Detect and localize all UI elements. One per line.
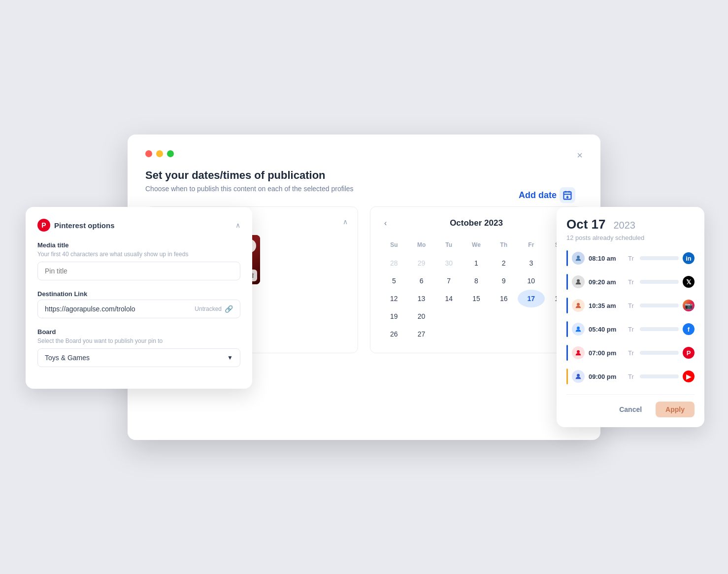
schedule-item: 09:20 am Tr 𝕏 [566, 272, 695, 292]
apply-button[interactable]: Apply [656, 402, 695, 417]
cal-day[interactable]: 15 [463, 290, 490, 307]
cal-day[interactable]: 29 [408, 254, 435, 272]
cancel-button[interactable]: Cancel [611, 402, 650, 417]
avatar [572, 370, 585, 383]
schedule-item: 05:40 pm Tr f [566, 319, 695, 339]
schedule-indicator [566, 345, 568, 361]
cal-day[interactable] [490, 325, 518, 343]
calendar-prev-button[interactable]: ‹ [380, 217, 391, 230]
schedule-indicator [566, 250, 568, 266]
calendar-plus-icon [560, 187, 575, 203]
avatar [572, 299, 585, 312]
pinterest-panel: P Pinterest options ∧ Media title Your f… [26, 207, 252, 389]
avatar [572, 252, 585, 265]
media-collapse-icon[interactable]: ∧ [343, 218, 348, 226]
cal-day[interactable]: 16 [490, 290, 518, 307]
cal-day[interactable]: 9 [490, 272, 518, 290]
svg-point-19 [577, 303, 580, 306]
cal-day[interactable] [435, 325, 463, 343]
cal-day[interactable] [518, 325, 545, 343]
cal-day[interactable]: 26 [380, 325, 408, 343]
pinterest-header: P Pinterest options ∧ [37, 219, 240, 232]
schedule-time: 09:00 pm [589, 373, 624, 380]
facebook-icon: f [683, 323, 695, 335]
calendar-month-title: October 2023 [450, 218, 503, 228]
close-button[interactable]: × [577, 150, 583, 160]
maximize-dot[interactable] [167, 150, 174, 157]
schedule-time: 09:20 am [589, 278, 624, 286]
schedule-tr-label: Tr [628, 326, 634, 333]
cal-day-selected[interactable]: 17 [518, 290, 545, 307]
schedule-content-bar [640, 351, 679, 355]
media-title-label: Media title [37, 241, 240, 249]
schedule-item: 09:00 pm Tr ▶ [566, 367, 695, 386]
minimize-dot[interactable] [156, 150, 163, 157]
cal-day[interactable]: 28 [380, 254, 408, 272]
schedule-time: 08:10 am [589, 255, 624, 262]
schedule-tr-label: Tr [628, 255, 634, 262]
board-hint: Select the Board you want to publish you… [37, 338, 240, 344]
cal-day[interactable]: 30 [435, 254, 463, 272]
media-title-hint: Your first 40 characters are what usuall… [37, 251, 240, 258]
svg-point-20 [577, 327, 580, 330]
cal-day[interactable] [490, 307, 518, 325]
schedule-content-bar [640, 327, 679, 331]
schedule-tr-label: Tr [628, 302, 634, 309]
schedule-indicator [566, 274, 568, 290]
avatar [572, 346, 585, 359]
pinterest-title-row: P Pinterest options [37, 219, 115, 232]
cal-day[interactable]: 12 [380, 290, 408, 307]
cal-day[interactable]: 3 [518, 254, 545, 272]
link-icon: 🔗 [225, 305, 233, 313]
schedule-tr-label: Tr [628, 373, 634, 380]
svg-point-18 [577, 279, 580, 282]
cal-day[interactable] [463, 307, 490, 325]
schedule-item: 08:10 am Tr in [566, 248, 695, 268]
cal-day[interactable]: 19 [380, 307, 408, 325]
cal-day[interactable]: 7 [435, 272, 463, 290]
cal-header-su: Su [380, 239, 408, 254]
cal-day[interactable]: 8 [463, 272, 490, 290]
cal-day[interactable]: 6 [408, 272, 435, 290]
board-section: Board Select the Board you want to publi… [37, 328, 240, 367]
cal-day[interactable]: 10 [518, 272, 545, 290]
pinterest-collapse-icon[interactable]: ∧ [235, 221, 240, 229]
cal-day[interactable]: 1 [463, 254, 490, 272]
destination-link-section: Destination Link https://agorapulse.com/… [37, 290, 240, 318]
cal-day[interactable]: 27 [408, 325, 435, 343]
schedule-list: 08:10 am Tr in 09:20 am Tr 𝕏 10:35 am Tr… [566, 248, 695, 386]
add-date-button[interactable]: Add date [519, 187, 575, 203]
schedule-time: 10:35 am [589, 302, 624, 309]
cal-day[interactable]: 14 [435, 290, 463, 307]
cal-day[interactable]: 2 [490, 254, 518, 272]
window-controls [145, 150, 583, 157]
cal-header-tu: Tu [435, 239, 463, 254]
close-icon: × [577, 150, 583, 161]
calendar-header: ‹ October 2023 › [380, 217, 572, 230]
schedule-content-bar [640, 374, 679, 378]
cal-day[interactable]: 20 [408, 307, 435, 325]
schedule-content-bar [640, 280, 679, 284]
board-label: Board [37, 328, 240, 336]
cal-day[interactable] [518, 307, 545, 325]
cal-day[interactable]: 5 [380, 272, 408, 290]
cal-day[interactable] [463, 325, 490, 343]
cal-header-fr: Fr [518, 239, 545, 254]
schedule-item: 07:00 pm Tr P [566, 343, 695, 363]
schedule-tr-label: Tr [628, 278, 634, 286]
destination-link-value: https://agorapulse.com/trololo [45, 305, 195, 313]
board-select-value: Toys & Games [45, 354, 227, 362]
destination-link-label: Destination Link [37, 290, 240, 298]
cal-day[interactable]: 13 [408, 290, 435, 307]
svg-point-22 [577, 374, 580, 377]
pin-title-input[interactable] [37, 262, 240, 280]
schedule-content-bar [640, 256, 679, 260]
schedule-date-day: Oct 17 [566, 217, 606, 232]
pinterest-panel-title: Pinterest options [54, 221, 115, 230]
calendar-panel: ‹ October 2023 › Su Mo Tu We Th Fr S [370, 206, 583, 353]
close-dot[interactable] [145, 150, 152, 157]
schedule-indicator [566, 369, 568, 384]
cal-day[interactable] [435, 307, 463, 325]
media-title-section: Media title Your first 40 characters are… [37, 241, 240, 280]
board-select[interactable]: Toys & Games ▼ [37, 348, 240, 367]
